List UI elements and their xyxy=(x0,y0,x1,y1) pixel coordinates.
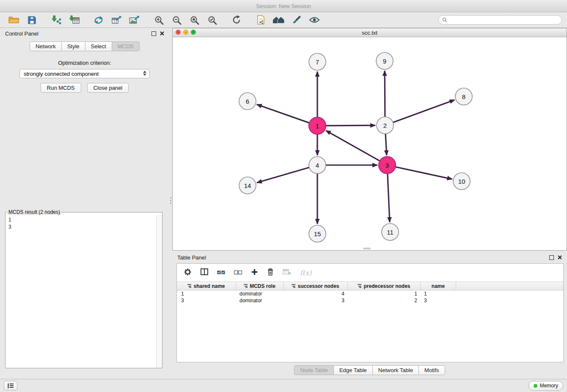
show-hide-button[interactable] xyxy=(306,14,323,26)
panel-splitter[interactable] xyxy=(169,28,172,373)
graph-edge-3-11[interactable] xyxy=(388,174,390,222)
close-panel-button[interactable]: Close panel xyxy=(87,83,129,93)
graph-edge-2-8[interactable] xyxy=(393,100,455,122)
tab-mcds[interactable]: MCDS xyxy=(112,41,140,51)
create-column-button[interactable] xyxy=(251,268,258,277)
function-builder-button[interactable]: f(x) xyxy=(300,269,311,277)
zoom-out-button[interactable] xyxy=(168,14,185,26)
table-cell[interactable]: 1 xyxy=(177,291,236,297)
table-cell[interactable]: 1 xyxy=(348,291,421,297)
table-cell[interactable]: 3 xyxy=(284,298,348,304)
column-header-label: MCDS role xyxy=(250,283,275,289)
column-header-label: predecessor nodes xyxy=(363,283,410,289)
export-network-button[interactable] xyxy=(107,14,125,26)
table-row[interactable]: 1dominator411 xyxy=(177,290,563,297)
table-row[interactable]: 3dominator323 xyxy=(177,297,563,304)
zoom-in-button[interactable] xyxy=(150,14,168,26)
tab-network[interactable]: Network xyxy=(30,41,62,51)
network-window-titlebar[interactable]: × − + scc.txt xyxy=(173,28,567,37)
table-settings-button[interactable] xyxy=(184,268,192,278)
attribute-icon xyxy=(244,284,248,288)
column-header-predecessor-nodes[interactable]: predecessor nodes xyxy=(348,282,421,290)
zoom-fit-button[interactable] xyxy=(185,14,203,26)
table-cell[interactable]: 4 xyxy=(284,291,348,297)
result-scrollbar[interactable] xyxy=(156,215,162,368)
mcds-result-item[interactable]: 1 xyxy=(8,216,154,224)
table-cell[interactable]: dominator xyxy=(236,291,284,297)
control-panel-title: Control Panel xyxy=(5,30,39,37)
graph-edge-1-2[interactable] xyxy=(326,125,375,126)
window-close-icon[interactable]: × xyxy=(176,30,181,35)
unselect-all-columns-button[interactable] xyxy=(234,269,242,276)
new-network-button[interactable] xyxy=(90,14,107,26)
window-zoom-icon[interactable]: + xyxy=(191,30,196,35)
table-cell[interactable]: 3 xyxy=(421,298,456,304)
zoom-fit-icon xyxy=(190,15,199,25)
home-icon xyxy=(272,16,285,24)
export-image-button[interactable] xyxy=(125,14,143,26)
table-cell[interactable]: 3 xyxy=(177,298,236,304)
graph-edge-4-14[interactable] xyxy=(257,168,309,183)
open-session-button[interactable] xyxy=(5,14,23,26)
paste-network-button[interactable] xyxy=(252,14,270,26)
graph-edge-3-1[interactable] xyxy=(326,130,380,161)
search-box[interactable] xyxy=(438,15,562,25)
trash-icon xyxy=(267,268,274,276)
import-table-icon xyxy=(69,15,80,25)
column-header-shared-name[interactable]: shared name xyxy=(177,282,236,290)
window-minimize-icon[interactable]: − xyxy=(183,30,188,35)
control-panel-tabs: NetworkStyleSelectMCDS xyxy=(0,41,169,51)
search-input[interactable] xyxy=(449,17,558,23)
mcds-result-title: MCDS result (2 nodes) xyxy=(7,209,61,215)
table-tab-motifs[interactable]: Motifs xyxy=(418,365,445,375)
table-body: 1dominator4113dominator323 xyxy=(177,290,563,304)
table-tab-node-table[interactable]: Node Table xyxy=(294,365,334,375)
show-column-button[interactable] xyxy=(201,268,208,277)
mcds-result-item[interactable]: 3 xyxy=(8,224,154,231)
zoom-selected-button[interactable] xyxy=(203,14,221,26)
close-panel-icon[interactable] xyxy=(160,31,164,36)
column-header-name[interactable]: name xyxy=(421,282,456,290)
graph-node-label-4: 4 xyxy=(316,162,319,169)
close-table-panel-icon[interactable] xyxy=(558,255,562,259)
select-all-columns-button[interactable] xyxy=(217,269,225,276)
float-panel-icon[interactable] xyxy=(151,31,156,36)
save-session-button[interactable] xyxy=(23,14,41,26)
network-arrows-icon xyxy=(94,15,104,25)
import-table-from-file-button[interactable] xyxy=(65,14,83,26)
table-cell[interactable]: dominator xyxy=(236,298,284,304)
delete-table-icon xyxy=(283,269,291,275)
zoom-out-icon xyxy=(172,15,182,25)
network-canvas[interactable]: 7968124314101511 xyxy=(173,37,567,250)
tab-style[interactable]: Style xyxy=(61,41,85,51)
graph-edge-2-9[interactable] xyxy=(385,71,385,117)
dropdown-selected-value: strongly connected component xyxy=(24,71,99,77)
table-panel-tabs: Node TableEdge TableNetwork TableMotifs xyxy=(172,365,567,375)
task-history-button[interactable] xyxy=(4,381,17,390)
memory-button[interactable]: Memory xyxy=(528,381,563,391)
column-header-successor-nodes[interactable]: successor nodes xyxy=(284,282,348,290)
import-network-from-file-button[interactable] xyxy=(47,14,65,26)
delete-table-button-disabled[interactable] xyxy=(283,269,291,277)
control-panel: Control Panel NetworkStyleSelectMCDS Opt… xyxy=(0,28,169,373)
column-header-label: shared name xyxy=(193,283,225,289)
table-tab-edge-table[interactable]: Edge Table xyxy=(333,365,373,375)
optimization-dropdown[interactable]: strongly connected component xyxy=(19,69,150,78)
refresh-button[interactable] xyxy=(228,14,245,26)
graph-edge-2-3[interactable] xyxy=(385,134,387,155)
checked-boxes-icon xyxy=(217,271,225,275)
run-mcds-button[interactable]: Run MCDS xyxy=(41,83,81,93)
graph-edge-3-10[interactable] xyxy=(396,167,452,179)
table-cell[interactable]: 1 xyxy=(421,291,456,297)
delete-column-button[interactable] xyxy=(267,268,274,277)
style-brush-button[interactable] xyxy=(288,14,306,26)
tab-select[interactable]: Select xyxy=(85,41,112,51)
attribute-icon xyxy=(292,284,295,288)
table-tab-network-table[interactable]: Network Table xyxy=(372,365,419,375)
network-hscroll-thumb[interactable] xyxy=(363,248,371,249)
column-header-mcds-role[interactable]: MCDS role xyxy=(236,282,284,290)
graph-edge-1-6[interactable] xyxy=(257,105,309,123)
home-button[interactable] xyxy=(270,14,288,26)
float-table-panel-icon[interactable] xyxy=(549,255,554,260)
table-cell[interactable]: 2 xyxy=(348,298,421,304)
